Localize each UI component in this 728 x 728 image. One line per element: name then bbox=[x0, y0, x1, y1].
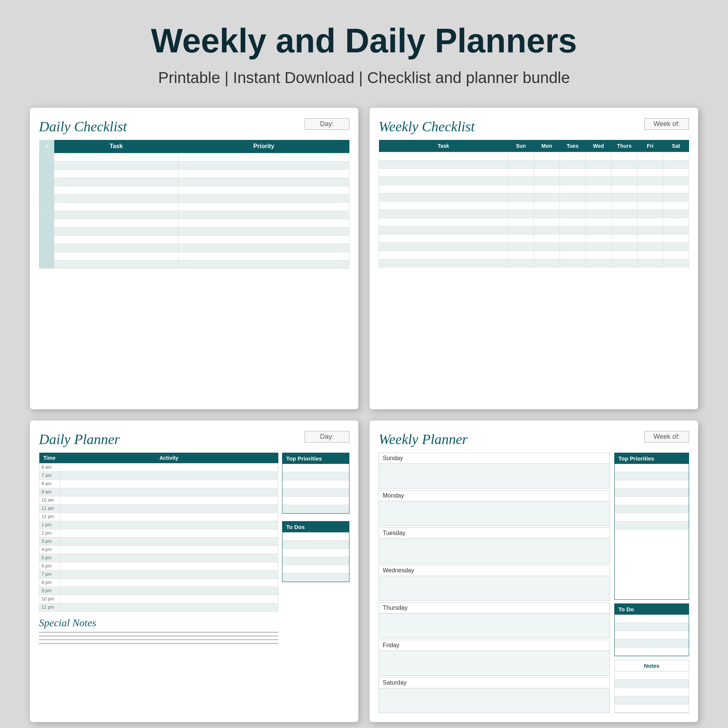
wtues-cell[interactable] bbox=[560, 242, 586, 251]
task-cell[interactable] bbox=[54, 194, 179, 202]
wsun-cell[interactable] bbox=[508, 210, 534, 218]
wthurs-cell[interactable] bbox=[611, 251, 637, 259]
priority-cell[interactable] bbox=[179, 235, 349, 243]
wtues-cell[interactable] bbox=[560, 201, 586, 210]
dp-activity-cell[interactable] bbox=[60, 512, 278, 521]
wtask-cell[interactable] bbox=[379, 177, 508, 185]
task-cell[interactable] bbox=[54, 260, 179, 268]
wtues-cell[interactable] bbox=[560, 160, 586, 168]
wthurs-cell[interactable] bbox=[611, 234, 637, 242]
wsun-cell[interactable] bbox=[508, 234, 534, 242]
wsun-cell[interactable] bbox=[508, 168, 534, 177]
dp-activity-cell[interactable] bbox=[60, 480, 278, 488]
task-cell[interactable] bbox=[54, 211, 179, 219]
task-cell[interactable] bbox=[54, 252, 179, 260]
dp-activity-cell[interactable] bbox=[60, 529, 278, 537]
wfri-cell[interactable] bbox=[637, 218, 663, 226]
wwed-cell[interactable] bbox=[586, 259, 611, 267]
wthurs-cell[interactable] bbox=[611, 242, 637, 251]
wtues-cell[interactable] bbox=[560, 185, 586, 193]
dp-activity-cell[interactable] bbox=[60, 570, 278, 578]
dp-activity-cell[interactable] bbox=[60, 546, 278, 554]
wfri-cell[interactable] bbox=[637, 234, 663, 242]
wtask-cell[interactable] bbox=[379, 160, 508, 168]
check-cell[interactable] bbox=[39, 186, 54, 194]
check-cell[interactable] bbox=[39, 153, 54, 161]
wmon-cell[interactable] bbox=[534, 226, 560, 234]
wtues-cell[interactable] bbox=[560, 177, 586, 185]
wsun-cell[interactable] bbox=[508, 177, 534, 185]
wsat-cell[interactable] bbox=[663, 168, 689, 177]
wmon-cell[interactable] bbox=[534, 210, 560, 218]
check-cell[interactable] bbox=[39, 252, 54, 260]
wsat-cell[interactable] bbox=[663, 201, 689, 210]
dp-activity-cell[interactable] bbox=[60, 554, 278, 562]
wsat-cell[interactable] bbox=[663, 160, 689, 168]
wtask-cell[interactable] bbox=[379, 234, 508, 242]
check-cell[interactable] bbox=[39, 178, 54, 186]
task-cell[interactable] bbox=[54, 153, 179, 161]
dp-activity-cell[interactable] bbox=[60, 603, 278, 611]
task-cell[interactable] bbox=[54, 178, 179, 186]
priority-cell[interactable] bbox=[179, 170, 349, 178]
dp-activity-cell[interactable] bbox=[60, 496, 278, 504]
wwed-cell[interactable] bbox=[586, 185, 611, 193]
wwed-cell[interactable] bbox=[586, 152, 611, 160]
priority-cell[interactable] bbox=[179, 252, 349, 260]
dp-activity-cell[interactable] bbox=[60, 463, 278, 471]
day-content[interactable] bbox=[379, 688, 609, 713]
day-content[interactable] bbox=[379, 576, 609, 600]
wwed-cell[interactable] bbox=[586, 177, 611, 185]
check-cell[interactable] bbox=[39, 211, 54, 219]
wmon-cell[interactable] bbox=[534, 234, 560, 242]
task-cell[interactable] bbox=[54, 161, 179, 170]
wthurs-cell[interactable] bbox=[611, 177, 637, 185]
priority-cell[interactable] bbox=[179, 227, 349, 235]
wthurs-cell[interactable] bbox=[611, 218, 637, 226]
wfri-cell[interactable] bbox=[637, 185, 663, 193]
wsun-cell[interactable] bbox=[508, 185, 534, 193]
wsun-cell[interactable] bbox=[508, 242, 534, 251]
wsun-cell[interactable] bbox=[508, 152, 534, 160]
wmon-cell[interactable] bbox=[534, 193, 560, 201]
wthurs-cell[interactable] bbox=[611, 210, 637, 218]
wmon-cell[interactable] bbox=[534, 185, 560, 193]
check-cell[interactable] bbox=[39, 235, 54, 243]
weekly-planner-week-field[interactable]: Week of: bbox=[644, 431, 689, 442]
priority-cell[interactable] bbox=[179, 178, 349, 186]
priority-cell[interactable] bbox=[179, 219, 349, 227]
daily-planner-day-field[interactable]: Day: bbox=[304, 431, 349, 442]
wsun-cell[interactable] bbox=[508, 251, 534, 259]
task-cell[interactable] bbox=[54, 243, 179, 252]
wfri-cell[interactable] bbox=[637, 251, 663, 259]
check-cell[interactable] bbox=[39, 161, 54, 170]
wfri-cell[interactable] bbox=[637, 201, 663, 210]
wthurs-cell[interactable] bbox=[611, 259, 637, 267]
wmon-cell[interactable] bbox=[534, 160, 560, 168]
day-content[interactable] bbox=[379, 613, 609, 638]
wfri-cell[interactable] bbox=[637, 193, 663, 201]
dp-activity-cell[interactable] bbox=[60, 578, 278, 587]
wtask-cell[interactable] bbox=[379, 242, 508, 251]
day-content[interactable] bbox=[379, 651, 609, 675]
priority-cell[interactable] bbox=[179, 243, 349, 252]
wsat-cell[interactable] bbox=[663, 152, 689, 160]
wtask-cell[interactable] bbox=[379, 193, 508, 201]
wwed-cell[interactable] bbox=[586, 234, 611, 242]
wtask-cell[interactable] bbox=[379, 210, 508, 218]
wtues-cell[interactable] bbox=[560, 259, 586, 267]
wtues-cell[interactable] bbox=[560, 193, 586, 201]
wmon-cell[interactable] bbox=[534, 168, 560, 177]
wtues-cell[interactable] bbox=[560, 251, 586, 259]
wsat-cell[interactable] bbox=[663, 234, 689, 242]
wwed-cell[interactable] bbox=[586, 201, 611, 210]
priority-cell[interactable] bbox=[179, 260, 349, 268]
check-cell[interactable] bbox=[39, 219, 54, 227]
wthurs-cell[interactable] bbox=[611, 201, 637, 210]
check-cell[interactable] bbox=[39, 170, 54, 178]
wtues-cell[interactable] bbox=[560, 234, 586, 242]
priority-cell[interactable] bbox=[179, 186, 349, 194]
wsat-cell[interactable] bbox=[663, 185, 689, 193]
wtask-cell[interactable] bbox=[379, 168, 508, 177]
wtask-cell[interactable] bbox=[379, 201, 508, 210]
